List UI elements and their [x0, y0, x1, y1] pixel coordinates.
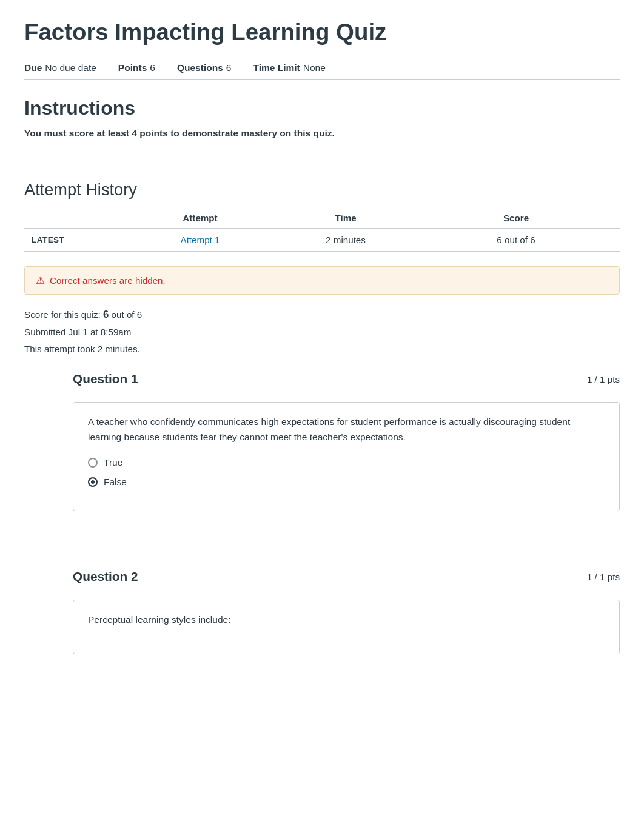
question-1-text: A teacher who confidently communicates h… — [88, 415, 605, 445]
time-limit-value: None — [303, 62, 326, 73]
attempt-history-heading: Attempt History — [24, 180, 620, 200]
duration-line: This attempt took 2 minutes. — [24, 341, 620, 357]
score-line: Score for this quiz: 6 out of 6 — [24, 306, 620, 324]
col-header-score: Score — [412, 208, 620, 229]
attempt-row-time: 2 minutes — [279, 229, 412, 252]
question-1-block: Question 1 1 / 1 pts A teacher who confi… — [73, 372, 620, 511]
quiz-title: Factors Impacting Learning Quiz — [24, 18, 620, 46]
question-2-block: Question 2 1 / 1 pts Perceptual learning… — [73, 569, 620, 655]
score-info: Score for this quiz: 6 out of 6 Submitte… — [24, 306, 620, 357]
col-header-attempt: Attempt — [121, 208, 279, 229]
col-header-label — [24, 208, 121, 229]
score-prefix: Score for this quiz: — [24, 309, 101, 320]
page-container: Factors Impacting Learning Quiz Due No d… — [0, 0, 644, 710]
due-value: No due date — [45, 62, 96, 73]
warning-icon: ⚠ — [36, 274, 45, 287]
question-1-title: Question 1 — [73, 372, 138, 386]
answer-true[interactable]: True — [88, 457, 605, 468]
meta-questions: Questions 6 — [177, 62, 232, 73]
question-1-card: A teacher who confidently communicates h… — [73, 402, 620, 511]
answer-true-label: True — [104, 457, 122, 468]
answer-false-label: False — [104, 477, 127, 488]
col-header-time: Time — [279, 208, 412, 229]
question-2-text: Perceptual learning styles include: — [88, 612, 605, 628]
question-2-points: 1 / 1 pts — [587, 572, 620, 582]
meta-time-limit: Time Limit None — [253, 62, 325, 73]
question-2-header: Question 2 1 / 1 pts — [73, 569, 620, 590]
question-1-points: 1 / 1 pts — [587, 374, 620, 384]
answer-false[interactable]: False — [88, 477, 605, 488]
question-2-title: Question 2 — [73, 569, 138, 584]
instructions-text: You must score at least 4 points to demo… — [24, 128, 620, 139]
questions-label: Questions — [177, 62, 223, 73]
attempt-row: LATEST Attempt 1 2 minutes 6 out of 6 — [24, 229, 620, 252]
notice-text: Correct answers are hidden. — [50, 275, 166, 286]
question-1-header: Question 1 1 / 1 pts — [73, 372, 620, 392]
score-value: 6 — [103, 309, 109, 320]
correct-answers-notice: ⚠ Correct answers are hidden. — [24, 266, 620, 295]
points-value: 6 — [150, 62, 155, 73]
points-label: Points — [118, 62, 147, 73]
submitted-line: Submitted Jul 1 at 8:59am — [24, 324, 620, 340]
attempt-row-attempt[interactable]: Attempt 1 — [121, 229, 279, 252]
time-limit-label: Time Limit — [253, 62, 300, 73]
question-2-card: Perceptual learning styles include: — [73, 600, 620, 655]
attempt-row-label: LATEST — [24, 229, 121, 252]
score-suffix: out of 6 — [112, 309, 143, 320]
attempt-row-score: 6 out of 6 — [412, 229, 620, 252]
quiz-meta-bar: Due No due date Points 6 Questions 6 Tim… — [24, 56, 620, 80]
attempt-history-table: Attempt Time Score LATEST Attempt 1 2 mi… — [24, 208, 620, 252]
radio-false[interactable] — [88, 477, 98, 487]
instructions-heading: Instructions — [24, 97, 620, 119]
questions-value: 6 — [226, 62, 232, 73]
due-label: Due — [24, 62, 42, 73]
attempt-1-link[interactable]: Attempt 1 — [181, 235, 220, 245]
meta-points: Points 6 — [118, 62, 155, 73]
radio-true[interactable] — [88, 458, 98, 468]
meta-due: Due No due date — [24, 62, 96, 73]
